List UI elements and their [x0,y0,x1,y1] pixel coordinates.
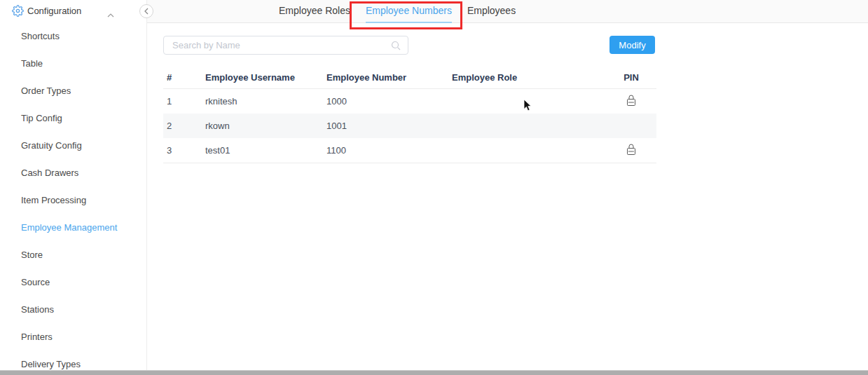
sidebar-item-label: Source [21,277,50,287]
sidebar-item-item-processing[interactable]: Item Processing [0,186,146,214]
modify-button[interactable]: Modify [609,36,655,54]
cell-username: rkown [205,121,326,131]
app-window: Configuration Shortcuts Table Order Type… [0,0,868,375]
cell-username: rknitesh [205,96,326,107]
sidebar-item-label: Store [21,250,43,260]
table-row[interactable]: 2 rkown 1001 [163,114,656,138]
cell-username: test01 [205,145,326,156]
sidebar-item-label: Stations [21,304,54,315]
tabs: Employee RolesEmployee NumbersEmployees [279,0,516,23]
sidebar-item-gratuity-config[interactable]: Gratuity Config [0,132,146,159]
sidebar-item-label: Cash Drawers [21,168,78,178]
sidebar-item-order-types[interactable]: Order Types [0,77,146,104]
sidebar: Configuration Shortcuts Table Order Type… [0,0,147,370]
sidebar-collapse-button[interactable] [139,4,153,18]
search-box [163,36,408,55]
chevron-up-icon[interactable] [107,8,114,20]
sidebar-item-label: Delivery Types [21,359,81,369]
gear-icon [12,5,24,17]
lock-icon [626,94,637,109]
sidebar-items: Shortcuts Table Order Types Tip Config G… [0,22,146,375]
lock-icon [626,143,637,158]
sidebar-item-label: Item Processing [21,195,86,205]
tab-employee-roles[interactable]: Employee Roles [279,0,350,23]
cell-index: 3 [163,145,205,156]
cell-index: 2 [163,121,205,131]
search-icon [391,41,401,50]
window-bottom-strip [0,370,868,375]
tab-employees[interactable]: Employees [467,0,516,23]
sidebar-item-label: Gratuity Config [21,140,82,151]
column-header-username: Employee Username [205,72,326,83]
cell-number: 1001 [326,121,452,131]
column-header-pin: PIN [606,72,656,83]
column-header-number: Employee Number [326,72,452,83]
tab-bar: Employee RolesEmployee NumbersEmployees [147,0,868,23]
sidebar-item-stations[interactable]: Stations [0,296,146,323]
sidebar-item-shortcuts[interactable]: Shortcuts [0,22,146,50]
table-body: 1 rknitesh 1000 2 rkown 1001 [163,89,656,163]
sidebar-item-employee-management[interactable]: Employee Management [0,214,146,241]
table-header: # Employee Username Employee Number Empl… [163,67,656,89]
sidebar-item-label: Table [21,58,43,69]
tab-employee-numbers[interactable]: Employee Numbers [366,0,452,23]
cell-number: 1000 [326,96,452,107]
sidebar-header: Configuration [0,0,146,22]
sidebar-item-label: Tip Config [21,113,62,123]
sidebar-item-label: Order Types [21,86,71,96]
sidebar-item-tip-config[interactable]: Tip Config [0,104,146,132]
sidebar-title: Configuration [27,6,81,16]
sidebar-item-source[interactable]: Source [0,268,146,296]
cell-index: 1 [163,96,205,107]
table-row[interactable]: 1 rknitesh 1000 [163,89,656,114]
sidebar-item-store[interactable]: Store [0,241,146,268]
column-header-role: Employee Role [452,72,606,83]
search-input[interactable] [164,40,391,50]
table-row[interactable]: 3 test01 1100 [163,138,656,163]
content-area: Employee RolesEmployee NumbersEmployees … [147,0,868,370]
sidebar-item-label: Printers [21,332,53,342]
sidebar-item-label: Shortcuts [21,31,60,41]
employee-numbers-table: # Employee Username Employee Number Empl… [163,67,656,163]
sidebar-item-printers[interactable]: Printers [0,323,146,350]
sidebar-item-table[interactable]: Table [0,50,146,77]
column-header-index: # [163,72,205,83]
sidebar-item-label: Employee Management [21,222,117,233]
chevron-left-icon [144,8,149,15]
sidebar-item-cash-drawers[interactable]: Cash Drawers [0,159,146,186]
cell-number: 1100 [326,145,452,156]
